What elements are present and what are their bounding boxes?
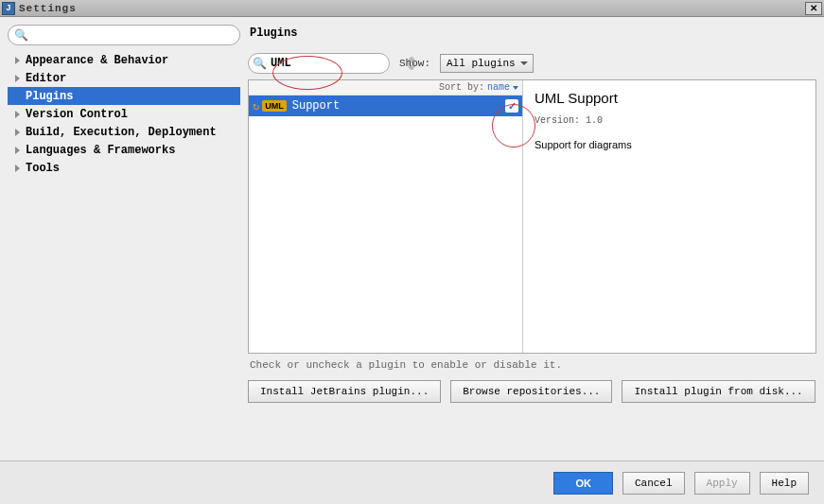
plugin-detail: UML Support Version: 1.0 Support for dia… — [523, 80, 815, 353]
tree-item-tools[interactable]: Tools — [8, 159, 240, 177]
search-icon: 🔍 — [253, 57, 267, 71]
plugin-search[interactable]: 🔍 ✕ — [248, 53, 390, 74]
plugin-enable-checkbox[interactable]: ✓ — [505, 99, 518, 113]
window-titlebar: J Settings ✕ — [0, 0, 824, 17]
ok-button[interactable]: OK — [553, 472, 613, 495]
close-button[interactable]: ✕ — [805, 2, 822, 15]
search-icon: 🔍 — [14, 28, 28, 43]
settings-tree: Appearance & Behavior Editor Plugins Ver… — [8, 51, 240, 177]
tree-item-languages[interactable]: Languages & Frameworks — [8, 141, 240, 159]
hint-text: Check or uncheck a plugin to enable or d… — [250, 359, 816, 371]
tree-item-label: Tools — [26, 162, 60, 175]
sort-prefix: Sort by: — [439, 82, 484, 93]
restart-icon: ↻ — [253, 99, 259, 113]
sidebar-search[interactable]: 🔍 — [8, 25, 240, 45]
expand-icon — [15, 165, 20, 172]
sort-link[interactable]: name — [487, 82, 510, 93]
sort-row: Sort by: name — [249, 80, 522, 96]
expand-icon — [15, 147, 20, 154]
dialog-footer: OK Cancel Apply Help — [0, 461, 824, 504]
detail-version: Version: 1.0 — [535, 115, 804, 126]
show-label: Show: — [399, 58, 430, 69]
tree-item-editor[interactable]: Editor — [8, 69, 240, 87]
window-title: Settings — [19, 3, 805, 14]
expand-icon — [15, 57, 20, 64]
expand-icon — [15, 111, 20, 118]
install-jetbrains-button[interactable]: Install JetBrains plugin... — [248, 380, 441, 403]
cancel-button[interactable]: Cancel — [622, 472, 685, 495]
help-button[interactable]: Help — [760, 472, 809, 495]
tree-item-appearance[interactable]: Appearance & Behavior — [8, 51, 240, 69]
show-filter-value: All plugins — [447, 58, 516, 69]
app-icon: J — [2, 2, 15, 15]
tree-item-label: Version Control — [26, 108, 128, 121]
show-filter-dropdown[interactable]: All plugins — [440, 54, 534, 73]
plugin-badge: UML — [262, 100, 287, 112]
settings-sidebar: 🔍 Appearance & Behavior Editor Plugins V… — [8, 25, 240, 452]
page-title: Plugins — [250, 26, 816, 40]
tree-item-plugins[interactable]: Plugins — [8, 87, 240, 105]
detail-title: UML Support — [535, 90, 804, 106]
sidebar-search-input[interactable] — [32, 28, 234, 42]
plugin-search-input[interactable] — [271, 57, 408, 70]
browse-repositories-button[interactable]: Browse repositories... — [450, 380, 612, 403]
chevron-down-icon — [513, 86, 518, 90]
plugin-list: Sort by: name ↻ UML Support ✓ — [249, 80, 523, 353]
expand-icon — [15, 129, 20, 136]
plugins-pane: Plugins 🔍 ✕ Show: All plugins Sort by: n… — [248, 25, 816, 452]
tree-item-version-control[interactable]: Version Control — [8, 105, 240, 123]
detail-description: Support for diagrams — [535, 139, 804, 150]
tree-item-label: Plugins — [26, 90, 73, 103]
tree-item-build[interactable]: Build, Execution, Deployment — [8, 123, 240, 141]
plugin-row[interactable]: ↻ UML Support ✓ — [249, 96, 522, 116]
apply-button[interactable]: Apply — [694, 472, 750, 495]
tree-item-label: Appearance & Behavior — [26, 54, 168, 67]
tree-item-label: Build, Execution, Deployment — [26, 126, 217, 139]
plugin-name: Support — [292, 99, 505, 113]
expand-icon — [15, 75, 20, 82]
tree-item-label: Languages & Frameworks — [26, 144, 175, 157]
tree-item-label: Editor — [26, 72, 66, 85]
install-from-disk-button[interactable]: Install plugin from disk... — [622, 380, 815, 403]
